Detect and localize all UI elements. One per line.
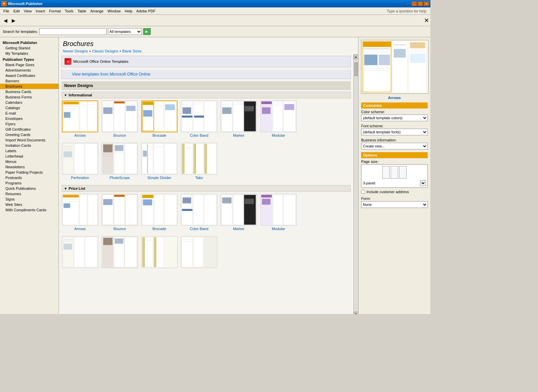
filter-blank[interactable]: Blank Sizes (122, 49, 142, 53)
template-extra-price[interactable] (181, 236, 218, 268)
template-modular-info[interactable]: Modular (260, 100, 297, 137)
search-button[interactable]: ► (143, 28, 151, 35)
sidebar-item-gift-certificates[interactable]: Gift Certificates (0, 127, 59, 132)
menu-window[interactable]: Window (106, 8, 123, 14)
sidebar-item-getting-started[interactable]: Getting Started (0, 45, 59, 51)
template-marker-price[interactable]: Marker (220, 194, 257, 231)
template-perforation-info[interactable]: Perforation (62, 143, 99, 180)
template-brocade-price-thumb (141, 194, 178, 226)
color-scheme-select[interactable]: (default template colors) (361, 115, 428, 121)
svg-rect-2 (80, 102, 87, 131)
vertical-scrollbar[interactable]: ▲ ▼ (353, 54, 358, 314)
menu-arrange[interactable]: Arrange (88, 8, 106, 14)
forward-button[interactable]: ▶ (9, 16, 17, 25)
font-scheme-select[interactable]: (default template fonts) (361, 129, 428, 135)
scroll-up-button[interactable]: ▲ (354, 54, 358, 59)
filter-newer[interactable]: Newer Designs (63, 49, 88, 53)
template-brocade-info[interactable]: Brocade (141, 100, 178, 137)
sidebar-item-email[interactable]: E-mail (0, 111, 59, 116)
sidebar-item-letterhead[interactable]: Letterhead (0, 154, 59, 159)
menu-insert[interactable]: Insert (34, 8, 47, 14)
section-informational-toggle[interactable]: ▼ (64, 93, 67, 97)
scroll-thumb[interactable] (354, 62, 358, 76)
sidebar-item-calendars[interactable]: Calendars (0, 100, 59, 105)
sidebar-item-resumes[interactable]: Resumes (0, 191, 59, 197)
page-size-value-label: 3-panel (363, 181, 420, 185)
template-simple-divider-info[interactable]: Simple Divider (141, 143, 178, 180)
page-size-dropdown[interactable]: ▼ (420, 180, 426, 186)
sidebar-item-brochures[interactable]: Brochures (0, 84, 59, 89)
sidebar-item-envelopes[interactable]: Envelopes (0, 116, 59, 121)
menu-file[interactable]: File (1, 8, 11, 14)
sidebar-item-labels[interactable]: Labels (0, 148, 59, 154)
sidebar-item-banners[interactable]: Banners (0, 78, 59, 84)
window-controls[interactable]: _ □ × (412, 1, 429, 6)
template-arrows-price[interactable]: Arrows (62, 194, 99, 231)
menu-table[interactable]: Table (75, 8, 88, 14)
menu-edit[interactable]: Edit (11, 8, 22, 14)
sidebar-item-newsletters[interactable]: Newsletters (0, 164, 59, 170)
svg-rect-56 (261, 101, 272, 104)
maximize-button[interactable]: □ (418, 1, 423, 6)
minimize-button[interactable]: _ (412, 1, 417, 6)
sidebar-item-greeting-cards[interactable]: Greeting Cards (0, 132, 59, 137)
template-bounce-price[interactable]: Bounce (101, 194, 138, 231)
sidebar-item-business-cards[interactable]: Business Cards (0, 89, 59, 94)
sidebar-item-menus[interactable]: Menus (0, 159, 59, 164)
template-photoscope-info[interactable]: PhotoScope (101, 143, 138, 180)
template-brocade-price[interactable]: Brocade (141, 194, 178, 231)
business-info-select[interactable]: Create new... (361, 143, 428, 149)
menu-view[interactable]: View (22, 8, 34, 14)
menu-format[interactable]: Format (47, 8, 63, 14)
scroll-down-button[interactable]: ▼ (354, 312, 358, 314)
sidebar-item-quick-publications[interactable]: Quick Publications (0, 186, 59, 191)
template-marker-info[interactable]: Marker (220, 100, 257, 137)
template-bounce-info[interactable]: Bounce (101, 100, 138, 137)
sidebar-item-award-certificates[interactable]: Award Certificates (0, 73, 59, 78)
ms-online-link[interactable]: View templates from Microsoft Office Onl… (72, 72, 150, 77)
template-colorband-info[interactable]: Color Band (181, 100, 218, 137)
menu-adobe-pdf[interactable]: Adobe PDF (134, 8, 158, 14)
close-panel-button[interactable]: ✕ (424, 17, 429, 24)
sidebar-item-web-sites[interactable]: Web Sites (0, 202, 59, 207)
svg-rect-139 (74, 237, 84, 267)
section-pricelist-toggle[interactable]: ▼ (64, 187, 67, 190)
sidebar-item-blank-page-sizes[interactable]: Blank Page Sizes (0, 62, 59, 68)
svg-rect-129 (222, 198, 231, 204)
page-size-preview-container: 3-panel ▼ (361, 164, 428, 188)
search-input[interactable] (39, 28, 107, 35)
template-perforation-price[interactable] (62, 236, 99, 268)
customer-address-checkbox[interactable] (361, 190, 365, 194)
form-select[interactable]: None (361, 201, 428, 208)
sidebar-item-business-forms[interactable]: Business Forms (0, 94, 59, 100)
sidebar-item-flyers[interactable]: Flyers (0, 121, 59, 127)
sidebar-item-postcards[interactable]: Postcards (0, 175, 59, 180)
sidebar-item-catalogs[interactable]: Catalogs (0, 105, 59, 111)
back-button[interactable]: ◀ (1, 16, 9, 25)
svg-rect-75 (103, 144, 112, 152)
template-colorband-price[interactable]: Color Band (181, 194, 218, 231)
modular-thumbnail-svg (261, 101, 296, 132)
sidebar-item-with-compliments[interactable]: With Compliments Cards (0, 207, 59, 213)
template-type-select[interactable]: All templates Newer Designs Classic Desi… (108, 28, 142, 35)
template-tabs-info[interactable]: Tabs (181, 143, 218, 180)
sidebar-item-advertisements[interactable]: Advertisements (0, 68, 59, 73)
business-info-label: Business information: (361, 138, 428, 142)
close-button[interactable]: × (424, 1, 429, 6)
filter-classic[interactable]: Classic Designs (92, 49, 118, 53)
menu-tools[interactable]: Tools (63, 8, 76, 14)
bounce-thumbnail-svg (102, 101, 138, 132)
template-tabs-price[interactable] (141, 236, 178, 268)
menu-help[interactable]: Help (123, 8, 134, 14)
template-modular-price[interactable]: Modular (260, 194, 297, 231)
sidebar-publication-types-label: Publication Types (0, 56, 59, 62)
sidebar-item-import-word[interactable]: Import Word Documents (0, 137, 59, 143)
sidebar-item-signs[interactable]: Signs (0, 197, 59, 202)
template-modular-label: Modular (272, 133, 285, 137)
sidebar-item-programs[interactable]: Programs (0, 180, 59, 186)
template-arrows-info[interactable]: Arrows (62, 100, 99, 137)
sidebar-item-paper-folding[interactable]: Paper Folding Projects (0, 170, 59, 175)
template-photoscope-price[interactable] (101, 236, 138, 268)
sidebar-item-my-templates[interactable]: My Templates (0, 51, 59, 56)
sidebar-item-invitation-cards[interactable]: Invitation Cards (0, 143, 59, 148)
